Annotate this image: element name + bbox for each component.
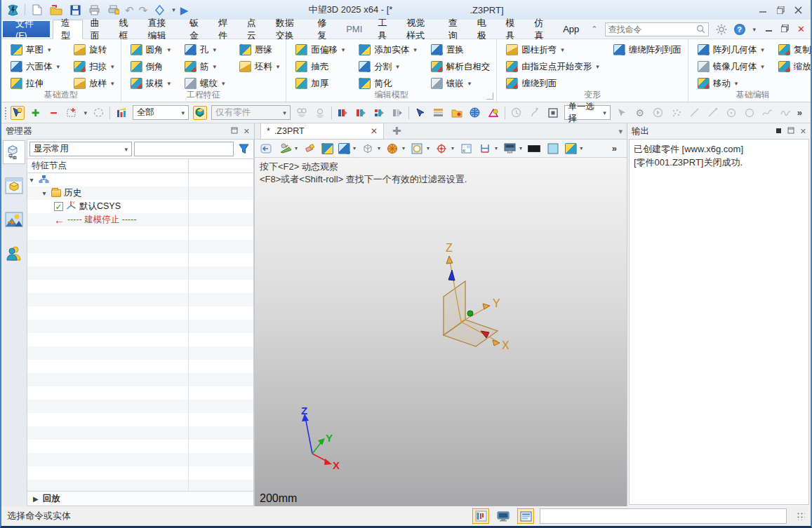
view-toolbar-overflow-icon[interactable]: »: [612, 143, 623, 154]
add-solid-button[interactable]: 添加实体▾: [357, 43, 419, 57]
globe-icon[interactable]: [468, 106, 482, 120]
cursor-disabled-icon[interactable]: [615, 106, 629, 120]
restore-panel-icon[interactable]: [787, 127, 794, 136]
chevron-down-icon[interactable]: ▾: [495, 145, 498, 151]
curve-handle-icon[interactable]: [528, 106, 542, 120]
restore-panel-icon[interactable]: [231, 127, 238, 136]
regen-icon[interactable]: [152, 3, 166, 17]
wave-icon[interactable]: [779, 106, 793, 120]
tab-close-icon[interactable]: ✕: [371, 126, 378, 136]
thread-button[interactable]: 螺纹▾: [182, 77, 227, 90]
fullscreen-icon[interactable]: [459, 142, 473, 156]
related-select-icon[interactable]: [313, 106, 327, 120]
pattern-geometry-button[interactable]: 阵列几何体▾: [695, 43, 766, 57]
chevron-down-icon[interactable]: ▾: [451, 145, 454, 151]
tab-sheet-metal[interactable]: 钣金: [182, 20, 211, 39]
new-tab-button[interactable]: ✚: [392, 125, 401, 139]
filter-list-icon[interactable]: [114, 106, 128, 120]
fillet-button[interactable]: 圆角▾: [128, 43, 173, 57]
loft-button[interactable]: 放样▾: [72, 77, 117, 90]
tab-simulation[interactable]: 仿真: [526, 20, 555, 39]
tree-search-input[interactable]: [134, 142, 234, 156]
face-offset-button[interactable]: 面偏移▾: [293, 43, 347, 57]
chevron-down-icon[interactable]: ▾: [580, 145, 583, 151]
tab-wireframe[interactable]: 线框: [112, 20, 140, 39]
tab-data-exchange[interactable]: 数据交换: [268, 20, 310, 39]
view-orient-icon[interactable]: [434, 142, 448, 156]
face-display-icon[interactable]: [565, 143, 577, 154]
lip-button[interactable]: 唇缘: [237, 43, 282, 57]
block-button[interactable]: 六面体▾: [8, 60, 62, 74]
chevron-down-icon[interactable]: ▾: [519, 145, 522, 151]
tab-point-cloud[interactable]: 点云: [239, 20, 268, 39]
close-document-button[interactable]: ✕: [797, 24, 805, 34]
section-wheel-icon[interactable]: [385, 142, 399, 156]
tab-shape[interactable]: 造型: [53, 20, 83, 39]
chamfer-button[interactable]: 倒角: [128, 60, 173, 74]
play-circle-icon[interactable]: [651, 106, 665, 120]
chevron-down-icon[interactable]: ▾: [295, 145, 298, 151]
select-faces-icon[interactable]: [335, 106, 350, 120]
tab-direct-edit[interactable]: 直接编辑: [140, 20, 182, 39]
remove-selection-icon[interactable]: ━: [47, 106, 61, 120]
chain-select-icon[interactable]: [295, 106, 309, 120]
tab-list-icon[interactable]: ▾: [618, 127, 623, 136]
tab-electrode[interactable]: 电极: [470, 20, 498, 39]
restore-document-button[interactable]: [781, 25, 789, 34]
app-logo-icon[interactable]: [6, 3, 20, 17]
new-file-button[interactable]: [30, 3, 44, 17]
exit-icon[interactable]: [259, 142, 273, 156]
tree-csys-row[interactable]: ✓ Y 默认CSYS: [27, 200, 253, 213]
chevron-down-icon[interactable]: ▾: [427, 145, 430, 151]
zoom-region-icon[interactable]: [410, 142, 424, 156]
sketch-button[interactable]: 草图▾: [8, 43, 62, 57]
resolve-self-intersection-button[interactable]: 解析自相交: [429, 60, 493, 74]
render-manager-tab[interactable]: [3, 208, 25, 231]
toggle-output-panel-icon[interactable]: [517, 508, 534, 524]
print-button[interactable]: [87, 3, 101, 17]
filter-combo[interactable]: 全部▾: [133, 105, 189, 120]
status-input[interactable]: [540, 508, 787, 524]
scale-button[interactable]: 缩放: [776, 60, 812, 74]
folder-settings-icon[interactable]: [450, 106, 464, 120]
line-icon[interactable]: [688, 106, 702, 120]
wireframe-icon[interactable]: [361, 142, 375, 156]
resize-grip[interactable]: [797, 512, 805, 520]
render-mode-icon[interactable]: [278, 142, 292, 156]
sweep-button[interactable]: 扫掠▾: [72, 60, 117, 74]
divide-button[interactable]: 分割▾: [357, 60, 419, 74]
gnomon-icon[interactable]: [486, 106, 500, 120]
chevron-down-icon[interactable]: ▾: [753, 26, 757, 33]
tab-visual-style[interactable]: 视觉样式: [399, 20, 441, 39]
tab-weldment[interactable]: 焊件: [211, 20, 239, 39]
print-preview-button[interactable]: [106, 3, 120, 17]
toggle-manager-panel-icon[interactable]: [472, 508, 489, 524]
tree-history-row[interactable]: ▾ 历史: [27, 187, 253, 200]
replay-section[interactable]: ▶ 回放: [27, 491, 253, 506]
pick-scope-combo[interactable]: 仅有零件▾: [211, 105, 291, 120]
face-color-icon[interactable]: [546, 142, 560, 156]
help-icon[interactable]: ?: [734, 24, 745, 35]
pick-mode-combo[interactable]: 单一选择▾: [564, 105, 611, 120]
inlay-button[interactable]: 镶嵌▾: [429, 77, 493, 90]
close-panel-icon[interactable]: ✕: [800, 127, 806, 136]
display-settings-icon[interactable]: [502, 142, 517, 156]
line2-icon[interactable]: [706, 106, 720, 120]
tab-tools[interactable]: 工具: [370, 20, 399, 39]
move-button[interactable]: 移动▾: [695, 77, 766, 90]
menu-file[interactable]: 文件(F): [3, 21, 50, 37]
default-csys-graphic[interactable]: Z Y X: [255, 158, 627, 506]
box-select-icon[interactable]: [65, 106, 79, 120]
play-icon[interactable]: ▶: [180, 5, 189, 15]
pick-scope-icon[interactable]: [193, 106, 207, 120]
chevron-down-icon[interactable]: ▾: [172, 6, 175, 13]
funnel-icon[interactable]: [236, 142, 251, 156]
wrap-to-face-button[interactable]: 缠绕到面: [504, 77, 601, 90]
toolbar-grip[interactable]: [4, 107, 6, 119]
chevron-down-icon[interactable]: ▾: [84, 109, 88, 116]
mirror-geometry-button[interactable]: 镜像几何体▾: [695, 60, 766, 74]
open-file-button[interactable]: [49, 3, 63, 17]
redo-button[interactable]: ↷: [139, 5, 148, 15]
stock-button[interactable]: 坯料▾: [237, 60, 282, 74]
role-manager-tab[interactable]: [3, 241, 25, 265]
